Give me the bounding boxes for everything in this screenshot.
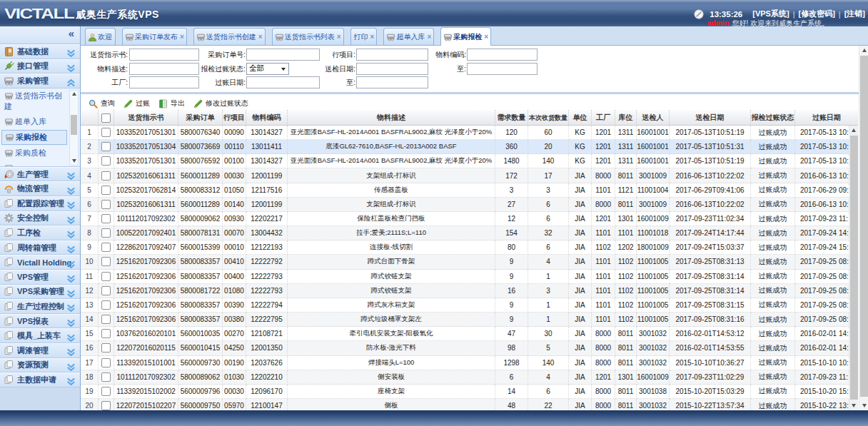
sidebar-group-配置跟踪管理[interactable]: 配置跟踪管理: [0, 196, 80, 211]
table-row[interactable]: 1212516201709230658000817220108012222793…: [81, 284, 849, 298]
sidebar-group-主数据申请[interactable]: 主数据申请: [0, 372, 80, 387]
column-header-送检人[interactable]: 送检人: [637, 110, 670, 126]
row-checkbox-cell[interactable]: [99, 154, 114, 168]
table-row[interactable]: 410253201606131156000112890003012001199支…: [81, 168, 849, 183]
row-checkbox[interactable]: [101, 315, 111, 324]
tab-close-icon[interactable]: ×: [337, 34, 341, 41]
table-row[interactable]: 810052201709240158000781310007013004432拉…: [81, 226, 849, 240]
table-row[interactable]: 1510376201602010156000100350027012108721…: [81, 327, 849, 341]
tab-打印[interactable]: 打印×: [350, 28, 378, 45]
row-checkbox[interactable]: [101, 200, 111, 209]
filter-input-行项目[interactable]: [356, 49, 428, 61]
row-checkbox[interactable]: [101, 401, 111, 410]
submenu-scroll-thumb[interactable]: [71, 115, 77, 135]
tab-close-icon[interactable]: ×: [180, 34, 184, 41]
tab-close-icon[interactable]: ×: [484, 34, 488, 41]
submenu-scroll-up-icon[interactable]: [70, 91, 78, 98]
toolbar-button-修改过账状态[interactable]: 修改过账状态: [193, 98, 248, 108]
panel-scroll-down-icon[interactable]: [859, 401, 868, 410]
sidebar-group-生产管理[interactable]: 生产管理: [0, 167, 80, 182]
table-row[interactable]: 510253201706281458000833120105012117516传…: [81, 183, 849, 198]
row-checkbox-cell[interactable]: [99, 240, 114, 255]
grid-scroll-down-icon[interactable]: [849, 401, 858, 410]
tab-采购订单发布[interactable]: 采购订单发布×: [122, 28, 187, 45]
grid-scroll-up-icon[interactable]: [849, 126, 858, 135]
sidebar-item-超单入库[interactable]: 超单入库: [0, 114, 69, 129]
sidebar-group-模具_上装车[interactable]: 模具_上装车: [0, 328, 80, 343]
filter-input-物料编码[interactable]: [467, 49, 538, 61]
sidebar-group-VPS采购管理[interactable]: VPS采购管理: [0, 285, 80, 300]
row-checkbox[interactable]: [101, 272, 111, 281]
row-checkbox[interactable]: [101, 300, 111, 310]
tab-close-icon[interactable]: ×: [258, 34, 263, 41]
table-row[interactable]: 1711339201510100156000097300019012037626…: [81, 356, 849, 370]
filter-input-至[interactable]: [467, 63, 538, 75]
table-row[interactable]: 1412516201709230658000833570038012222795…: [81, 313, 849, 327]
row-checkbox[interactable]: [101, 358, 111, 367]
sidebar-group-接口管理[interactable]: 接口管理: [0, 59, 80, 74]
sidebar-item-送货指示书创建[interactable]: 送货指示书创建: [0, 88, 69, 114]
column-header-工厂[interactable]: 工厂: [592, 110, 615, 126]
row-checkbox-cell[interactable]: [99, 385, 114, 399]
row-checkbox[interactable]: [101, 128, 111, 137]
sidebar-group-周转箱管理[interactable]: 周转箱管理: [0, 240, 80, 255]
panel-scroll-thumb[interactable]: [860, 56, 868, 397]
toolbar-button-导出[interactable]: 导出: [158, 98, 185, 108]
row-checkbox-cell[interactable]: [99, 298, 114, 313]
column-header-行项目[interactable]: 行项目: [223, 110, 246, 126]
sidebar-group-基础数据[interactable]: 基础数据: [0, 44, 80, 59]
sidebar-group-物流管理[interactable]: 物流管理: [0, 181, 80, 196]
row-checkbox[interactable]: [101, 329, 111, 338]
row-checkbox-cell[interactable]: [99, 198, 114, 212]
toolbar-button-查询[interactable]: 查询: [89, 98, 115, 108]
row-checkbox-cell[interactable]: [99, 183, 114, 198]
row-checkbox-cell[interactable]: [99, 370, 114, 385]
row-checkbox[interactable]: [101, 286, 111, 295]
row-checkbox-cell[interactable]: [99, 313, 114, 327]
row-checkbox-cell[interactable]: [99, 341, 114, 355]
row-checkbox[interactable]: [101, 142, 111, 151]
row-checkbox-cell[interactable]: [99, 399, 114, 410]
filter-input-送货指示书[interactable]: [129, 49, 199, 61]
sidebar-group-VPS管理[interactable]: VPS管理: [0, 270, 80, 285]
tab-欢迎[interactable]: 欢迎: [85, 28, 116, 45]
select-all-checkbox[interactable]: [99, 110, 114, 126]
table-row[interactable]: 210335201705130458000736690011013011411底…: [81, 140, 849, 154]
column-header-需求数量[interactable]: 需求数量: [495, 110, 528, 126]
row-checkbox[interactable]: [101, 171, 111, 181]
tab-close-icon[interactable]: ×: [427, 34, 431, 41]
table-row[interactable]: 1612207201602011556000104150425012001350…: [81, 341, 849, 355]
sidebar-group-Victall Holding[interactable]: Victall Holding: [0, 255, 80, 270]
table-row[interactable]: 110335201705130158000763400009013014327亚…: [81, 126, 849, 140]
filter-select-报检过账状态[interactable]: 全部: [246, 63, 289, 75]
column-header-送检日期[interactable]: 送检日期: [670, 110, 751, 126]
header-checkbox[interactable]: [101, 113, 111, 123]
panel-scroll-up-icon[interactable]: [859, 46, 868, 55]
column-header-本次收货数量[interactable]: 本次收货数量: [528, 110, 569, 126]
row-checkbox-cell[interactable]: [99, 168, 114, 183]
row-checkbox[interactable]: [101, 243, 111, 252]
tab-送货指示书创建[interactable]: 送货指示书创建×: [193, 28, 266, 45]
table-row[interactable]: 710111201709230258000090620093012202217保…: [81, 212, 849, 226]
row-checkbox-cell[interactable]: [99, 140, 114, 154]
row-checkbox[interactable]: [101, 186, 111, 195]
table-row[interactable]: 1911339201510200256000097960003012096170…: [81, 385, 849, 399]
sidebar-group-调漆管理[interactable]: 调漆管理: [0, 343, 80, 358]
sidebar-group-生产过程控制[interactable]: 生产过程控制: [0, 299, 80, 314]
row-checkbox-cell[interactable]: [99, 255, 114, 269]
submenu-scrollbar[interactable]: [69, 90, 79, 166]
filter-input-物料描述[interactable]: [129, 63, 199, 75]
sidebar-group-安全控制[interactable]: 安全控制: [0, 211, 80, 226]
sidebar-item-采购报检[interactable]: 采购报检: [1, 130, 67, 145]
row-checkbox-cell[interactable]: [99, 284, 114, 298]
column-header-物料编码[interactable]: 物料编码: [246, 110, 288, 126]
sidebar-item-partial[interactable]: [0, 161, 69, 165]
tab-超单入库[interactable]: 超单入库×: [383, 28, 434, 45]
table-row[interactable]: 610253201606131156000112890014012001199支…: [81, 198, 849, 212]
row-checkbox[interactable]: [101, 156, 111, 166]
row-checkbox[interactable]: [101, 387, 111, 396]
table-row[interactable]: 2012207201510220756000097500597012100147…: [81, 399, 849, 410]
sidebar-group-工序检[interactable]: 工序检: [0, 225, 80, 240]
sidebar-collapse-button[interactable]: «: [69, 27, 74, 39]
panel-vertical-scrollbar[interactable]: [859, 46, 868, 410]
